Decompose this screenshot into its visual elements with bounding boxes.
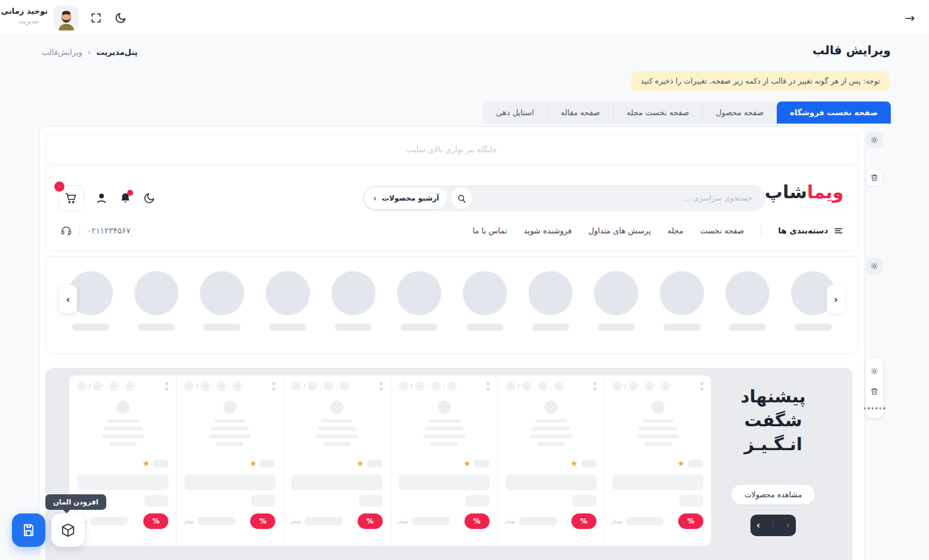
- carousel-next-arrow[interactable]: ›: [827, 285, 845, 313]
- star-icon: ★: [570, 459, 578, 467]
- category-label-placeholder: [204, 324, 241, 331]
- avatar[interactable]: [54, 5, 79, 30]
- star-icon: ★: [143, 459, 150, 467]
- avatar-illustration: [55, 8, 78, 30]
- cart-icon[interactable]: ۰: [58, 185, 84, 211]
- nav-link-become-seller[interactable]: فروشنده شوید: [524, 226, 571, 235]
- carousel-prev-arrow[interactable]: ‹: [59, 285, 77, 313]
- search-icon[interactable]: [451, 187, 472, 209]
- shop-main-nav: دسته‌بندی ها صفحه نخست مجله پرسش های متد…: [472, 224, 844, 236]
- discount-badge: %: [678, 513, 703, 529]
- tab-article-page[interactable]: صفحه مقاله: [547, 101, 613, 124]
- discount-badge: %: [250, 513, 275, 529]
- kebab-menu-icon: [272, 382, 275, 390]
- price-placeholder: [198, 517, 236, 525]
- category-circle-placeholder: [463, 271, 507, 315]
- product-card-skeleton: ۰ / ۰۰ : ۰۰ : ۰۰ ★: [497, 376, 604, 546]
- nav-link-faq[interactable]: پرسش های متداول: [589, 226, 651, 235]
- pagination-next-icon[interactable]: ›: [786, 520, 790, 531]
- product-image-placeholder: [399, 401, 490, 446]
- price-placeholder: [626, 517, 664, 525]
- nav-link-magazine[interactable]: مجله: [667, 226, 684, 235]
- fullscreen-icon[interactable]: [89, 11, 103, 25]
- discount-badge: %: [571, 513, 596, 529]
- page-title: ویرایش قالب: [813, 43, 891, 57]
- add-element-tooltip: افزودن المان: [45, 494, 106, 510]
- logout-arrow-icon[interactable]: →: [902, 10, 918, 26]
- pagination-prev-icon[interactable]: ‹: [756, 520, 760, 531]
- shop-header-section: ۰ جستجوی سراسری: [45, 165, 859, 251]
- top-banner-placeholder[interactable]: جایگاه بنر نواری بالای سایت: [45, 134, 859, 164]
- tab-styling[interactable]: استایل دهی: [483, 101, 547, 124]
- cart-count-badge: ۰: [54, 181, 64, 192]
- tab-magazine-home[interactable]: صفحه نخست مجله: [613, 101, 702, 124]
- category-skeleton-item: [134, 271, 179, 331]
- carousel-settings-gear-icon[interactable]: [866, 258, 882, 274]
- breadcrumb-current: ویرایش‌قالب: [42, 48, 82, 57]
- rating-placeholder: [367, 460, 383, 467]
- search-placeholder: جستجوی سراسری ...: [684, 193, 752, 202]
- save-notice-banner: توجه: پس از هر گونه تغییر در قالب از دکم…: [631, 71, 890, 91]
- offer-settings-gear-icon[interactable]: [870, 367, 879, 376]
- price-row: تومان %: [184, 513, 275, 529]
- category-skeleton-row: [69, 271, 835, 331]
- product-image-placeholder: [184, 401, 275, 446]
- shop-dark-mode-moon-icon[interactable]: [143, 192, 156, 205]
- rating-row: ★: [613, 459, 703, 467]
- offer-delete-trash-icon[interactable]: [870, 387, 879, 396]
- title-placeholder: [506, 475, 596, 490]
- category-circle-placeholder: [134, 271, 179, 315]
- subtitle-placeholder: [573, 495, 596, 507]
- category-label-placeholder: [663, 324, 700, 331]
- banner-delete-trash-icon[interactable]: [866, 170, 882, 186]
- kebab-menu-icon: [593, 382, 596, 390]
- category-label-placeholder: [466, 324, 503, 331]
- phone-number: ۰۲۱۱۲۳۴۵۶۷: [87, 226, 131, 235]
- kebab-menu-icon: [487, 382, 490, 390]
- global-search-bar[interactable]: جستجوی سراسری ... آرشیو محصولات ‹: [362, 185, 765, 211]
- nav-divider: [761, 224, 761, 236]
- star-icon: ★: [356, 459, 364, 467]
- products-archive-button[interactable]: آرشیو محصولات ‹: [365, 187, 447, 209]
- product-card-skeleton: ۰ / ۰۰ : ۰۰ : ۰۰ ★: [283, 376, 390, 546]
- drag-handle-icon[interactable]: [864, 407, 885, 410]
- breadcrumb-admin-panel[interactable]: پنل‌مدیریت: [96, 48, 137, 57]
- nav-link-contact[interactable]: تماس با ما: [472, 226, 507, 235]
- save-template-button[interactable]: [12, 513, 45, 547]
- star-icon: ★: [677, 459, 685, 467]
- countdown-timer: ۰ / ۰۰ : ۰۰ : ۰۰: [506, 381, 564, 391]
- discount-badge: %: [464, 513, 490, 529]
- price-placeholder: [519, 517, 557, 525]
- tab-shop-home[interactable]: صفحه نخست فروشگاه: [777, 101, 891, 124]
- category-skeleton-item: [528, 271, 573, 331]
- title-placeholder: [291, 475, 382, 490]
- category-circle-placeholder: [725, 271, 770, 315]
- currency-label: تومان: [506, 519, 515, 524]
- rating-placeholder: [474, 460, 490, 467]
- category-skeleton-item: [594, 271, 638, 331]
- notification-dot: [127, 190, 133, 196]
- category-skeleton-item: [331, 271, 376, 331]
- product-cards-row: ۰ / ۰۰ : ۰۰ : ۰۰ ★: [69, 376, 711, 546]
- categories-menu[interactable]: دسته‌بندی ها: [778, 226, 844, 236]
- notifications-bell-icon[interactable]: [119, 192, 132, 205]
- product-card-skeleton: ۰ / ۰۰ : ۰۰ : ۰۰ ★: [390, 376, 497, 546]
- shop-logo[interactable]: ویماشاپ: [765, 181, 844, 202]
- add-element-button[interactable]: [51, 513, 85, 547]
- kebab-menu-icon: [380, 382, 383, 390]
- rating-placeholder: [260, 460, 275, 467]
- banner-settings-gear-icon[interactable]: [866, 132, 882, 148]
- user-account-icon[interactable]: [95, 192, 108, 205]
- view-products-button[interactable]: مشاهده محصولات: [731, 485, 815, 504]
- currency-label: تومان: [399, 519, 408, 524]
- offer-title-line: شگفت: [710, 408, 836, 432]
- price-placeholder: [304, 517, 343, 525]
- countdown-timer: ۰ / ۰۰ : ۰۰ : ۰۰: [399, 381, 457, 391]
- title-placeholder: [77, 475, 168, 490]
- nav-link-home[interactable]: صفحه نخست: [700, 226, 744, 235]
- user-meta: توحید زمانی مدیریت: [8, 7, 48, 24]
- product-card-skeleton: ۰ / ۰۰ : ۰۰ : ۰۰ ★: [69, 376, 176, 546]
- tab-product-page[interactable]: صفحه محصول: [702, 101, 777, 124]
- title-placeholder: [184, 475, 275, 490]
- dark-mode-moon-icon[interactable]: [113, 10, 128, 26]
